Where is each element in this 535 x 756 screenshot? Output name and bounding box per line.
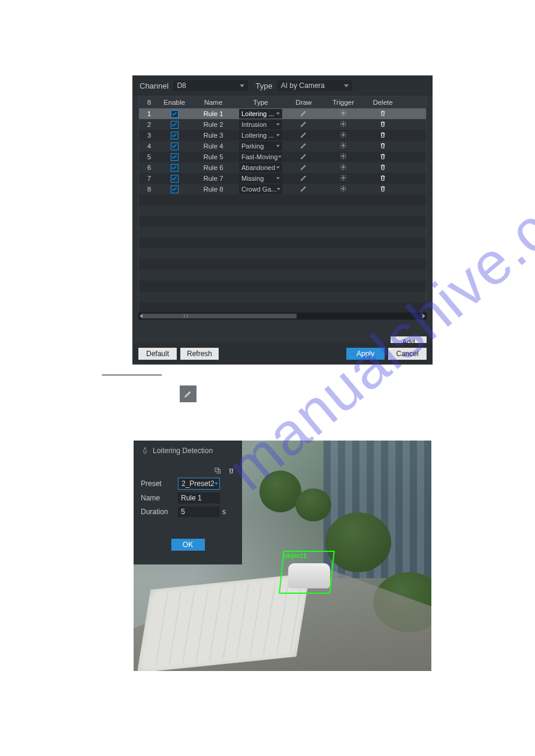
trigger-icon[interactable] xyxy=(340,185,347,192)
delete-icon[interactable] xyxy=(379,131,386,138)
draw-icon[interactable] xyxy=(300,153,307,160)
ivs-rules-panel: Channel D8 Type AI by Camera 8 Enable Na… xyxy=(132,75,433,365)
scroll-track[interactable] xyxy=(143,314,422,318)
empty-row xyxy=(139,259,426,270)
chevron-down-icon xyxy=(277,188,280,190)
trigger-icon[interactable] xyxy=(340,110,347,117)
table-row[interactable]: 3Rule 3Loitering ... xyxy=(139,130,426,141)
draw-region-icon[interactable] xyxy=(214,466,221,474)
delete-icon[interactable] xyxy=(379,142,386,149)
svg-point-5 xyxy=(343,166,344,168)
enable-checkbox[interactable] xyxy=(171,132,179,139)
rule-type-select[interactable]: Loitering ... xyxy=(239,130,282,140)
ai-type-label: Type xyxy=(255,81,272,90)
delete-icon[interactable] xyxy=(379,163,386,171)
empty-row xyxy=(139,216,426,227)
col-draw: Draw xyxy=(284,99,324,106)
rule-type-select[interactable]: Abandoned xyxy=(239,163,282,172)
col-trigger: Trigger xyxy=(324,99,363,106)
rule-name: Rule 2 xyxy=(189,121,237,128)
enable-checkbox[interactable] xyxy=(171,175,179,183)
table-row[interactable]: 1Rule 1Loitering ... xyxy=(139,108,426,119)
trigger-icon[interactable] xyxy=(340,131,347,138)
empty-row xyxy=(139,238,426,248)
trigger-icon[interactable] xyxy=(340,174,347,181)
rules-table: 8 Enable Name Type Draw Trigger Delete 1… xyxy=(138,96,427,312)
delete-region-icon[interactable] xyxy=(228,466,235,474)
row-number: 2 xyxy=(139,121,159,128)
col-number: 8 xyxy=(139,99,159,106)
chevron-down-icon xyxy=(344,84,349,87)
enable-checkbox[interactable] xyxy=(171,121,179,129)
draw-icon[interactable] xyxy=(300,110,307,117)
draw-icon[interactable] xyxy=(300,174,307,181)
draw-icon[interactable] xyxy=(300,131,307,138)
delete-icon[interactable] xyxy=(379,174,386,181)
trigger-icon[interactable] xyxy=(340,153,347,160)
rule-type-select[interactable]: Fast-Moving xyxy=(239,152,282,162)
empty-row xyxy=(139,205,426,216)
table-row[interactable]: 7Rule 7Missing xyxy=(139,173,426,184)
table-row[interactable]: 8Rule 8Crowd Ga... xyxy=(139,184,426,195)
table-row[interactable]: 5Rule 5Fast-Moving xyxy=(139,151,426,162)
draw-icon[interactable] xyxy=(300,163,307,171)
duration-input[interactable]: 5 xyxy=(178,506,220,517)
ok-button[interactable]: OK xyxy=(171,539,205,551)
enable-checkbox[interactable] xyxy=(171,164,179,172)
delete-icon[interactable] xyxy=(379,120,386,127)
scroll-thumb[interactable] xyxy=(143,314,297,318)
chevron-down-icon xyxy=(276,166,280,169)
row-number: 4 xyxy=(139,142,159,150)
draw-icon[interactable] xyxy=(300,120,307,127)
default-button[interactable]: Default xyxy=(138,348,177,360)
apply-button[interactable]: Apply xyxy=(346,348,385,360)
table-row[interactable]: 6Rule 6Abandoned xyxy=(139,162,426,173)
empty-row xyxy=(139,292,426,302)
scroll-grip-icon xyxy=(184,314,188,318)
rule-type-select[interactable]: Parking xyxy=(239,141,282,151)
channel-select[interactable]: D8 xyxy=(173,80,248,91)
trigger-icon[interactable] xyxy=(340,163,347,171)
name-label: Name xyxy=(141,494,178,502)
svg-point-1 xyxy=(343,123,344,125)
draw-icon[interactable] xyxy=(300,142,307,149)
enable-checkbox[interactable] xyxy=(171,110,179,118)
svg-point-0 xyxy=(343,113,344,114)
delete-icon[interactable] xyxy=(379,153,386,160)
enable-checkbox[interactable] xyxy=(171,186,179,193)
loitering-dialog: Loitering Detection Preset 2_Preset2 Nam… xyxy=(134,441,242,564)
chevron-down-icon xyxy=(240,84,244,87)
trigger-icon[interactable] xyxy=(340,120,347,127)
scroll-right-icon[interactable] xyxy=(422,314,425,318)
rule-name: Rule 1 xyxy=(189,110,237,117)
tree xyxy=(295,488,331,521)
chevron-down-icon xyxy=(214,482,218,485)
rule-type-select[interactable]: Crowd Ga... xyxy=(239,184,282,194)
horizontal-scrollbar[interactable] xyxy=(138,312,427,320)
preset-label: Preset xyxy=(141,479,178,488)
delete-icon[interactable] xyxy=(379,185,386,192)
empty-row xyxy=(139,248,426,259)
ai-type-select[interactable]: AI by Camera xyxy=(277,80,352,91)
rule-type-select[interactable]: Missing xyxy=(239,174,282,183)
rule-type-select[interactable]: Intrusion xyxy=(239,120,282,129)
cancel-button[interactable]: Cancel xyxy=(388,348,427,360)
delete-icon[interactable] xyxy=(379,110,386,117)
chevron-down-icon xyxy=(276,134,280,136)
chevron-down-icon xyxy=(276,123,280,126)
preset-select[interactable]: 2_Preset2 xyxy=(178,478,220,490)
enable-checkbox[interactable] xyxy=(171,153,179,161)
draw-icon[interactable] xyxy=(300,185,307,192)
trigger-icon[interactable] xyxy=(340,142,347,149)
rule-type-select[interactable]: Loitering ... xyxy=(239,109,282,119)
col-name: Name xyxy=(189,99,237,106)
step-divider xyxy=(102,375,162,375)
table-row[interactable]: 4Rule 4Parking xyxy=(139,141,426,151)
channel-label: Channel xyxy=(140,81,168,90)
draw-icon-reference xyxy=(180,385,197,402)
name-input[interactable]: Rule 1 xyxy=(178,493,220,503)
duration-unit: s xyxy=(222,508,226,516)
refresh-button[interactable]: Refresh xyxy=(180,348,219,360)
enable-checkbox[interactable] xyxy=(171,142,179,150)
table-row[interactable]: 2Rule 2Intrusion xyxy=(139,119,426,130)
